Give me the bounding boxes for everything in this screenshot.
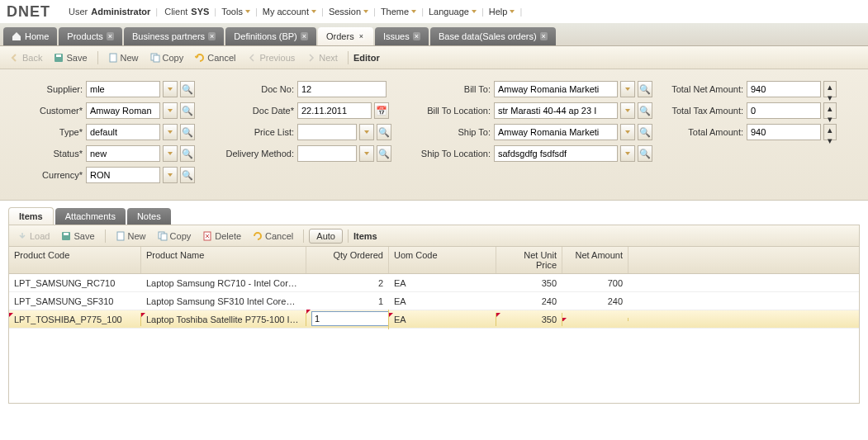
dropdown-icon[interactable] (163, 145, 178, 162)
copy-button[interactable]: Copy (145, 51, 189, 64)
docno-input[interactable] (297, 81, 387, 97)
delivery-input[interactable] (297, 145, 357, 162)
cell-code[interactable]: LPT_SAMSUNG_SF310 (9, 295, 141, 308)
col-price[interactable]: Net Unit Price (496, 247, 562, 273)
grid-save-button[interactable]: Save (56, 229, 99, 243)
lookup-icon[interactable]: 🔍 (180, 167, 195, 183)
supplier-input[interactable] (86, 81, 160, 97)
status-input[interactable] (86, 145, 160, 162)
grid-delete-button[interactable]: Delete (197, 229, 246, 243)
close-icon[interactable]: × (413, 32, 420, 40)
totalnet-input[interactable] (747, 81, 821, 97)
menu-help[interactable]: Help (489, 7, 515, 17)
close-icon[interactable]: × (208, 32, 216, 40)
cell-price[interactable]: 350 (496, 313, 562, 326)
grid-new-button[interactable]: New (111, 229, 151, 243)
cell-code[interactable]: LPT_TOSHIBA_P775_100 (9, 313, 141, 326)
qty-input[interactable] (311, 311, 389, 326)
billloc-input[interactable] (494, 102, 618, 119)
lookup-icon[interactable]: 🔍 (638, 124, 652, 140)
cell-name[interactable]: Laptop Samsung RC710 - Intel CoreT… (141, 277, 306, 290)
spinner[interactable]: ▴▾ (823, 102, 837, 119)
menu-theme[interactable]: Theme (381, 7, 416, 17)
cell-uom[interactable]: EA (389, 295, 496, 308)
new-button[interactable]: New (103, 51, 144, 64)
tab-definitions-bp-[interactable]: Definitions (BP)× (225, 27, 316, 45)
back-button[interactable]: Back (5, 51, 47, 64)
col-product-name[interactable]: Product Name (141, 247, 306, 273)
totalamt-input[interactable] (747, 124, 821, 140)
lookup-icon[interactable]: 🔍 (180, 81, 195, 97)
close-icon[interactable]: × (358, 32, 365, 40)
docdate-input[interactable] (297, 102, 372, 119)
lookup-icon[interactable]: 🔍 (377, 145, 391, 162)
cell-code[interactable]: LPT_SAMSUNG_RC710 (9, 277, 141, 290)
spinner[interactable]: ▴▾ (823, 124, 837, 140)
prev-button[interactable]: Previous (243, 51, 301, 64)
col-product-code[interactable]: Product Code (9, 247, 141, 273)
menu-session[interactable]: Session (329, 7, 368, 17)
cancel-button[interactable]: Cancel (190, 51, 240, 64)
cell-name[interactable]: Laptop Samsung SF310 Intel CoreTM… (141, 295, 306, 308)
type-input[interactable] (86, 124, 160, 140)
grid-copy-button[interactable]: Copy (153, 229, 197, 243)
pricelist-input[interactable] (297, 124, 357, 140)
tab-orders[interactable]: Orders× (318, 27, 373, 45)
tab-business-partners[interactable]: Business partners× (124, 27, 224, 45)
cell-price[interactable]: 350 (496, 277, 562, 290)
dropdown-icon[interactable] (359, 145, 374, 162)
col-qty[interactable]: Qty Ordered (306, 247, 389, 273)
tab-products[interactable]: Products× (59, 27, 122, 45)
dropdown-icon[interactable] (620, 81, 635, 97)
grid-row[interactable]: LPT_TOSHIBA_P775_100Laptop Toshiba Satel… (9, 310, 859, 329)
menu-tools[interactable]: Tools (221, 7, 250, 17)
lookup-icon[interactable]: 🔍 (638, 102, 652, 119)
dropdown-icon[interactable] (620, 124, 635, 140)
auto-button[interactable]: Auto (309, 229, 343, 244)
cell-amt[interactable] (562, 318, 628, 321)
tab-issues[interactable]: Issues× (375, 27, 429, 45)
calendar-icon[interactable]: 📅 (374, 102, 389, 119)
totaltax-input[interactable] (747, 102, 821, 119)
lookup-icon[interactable]: 🔍 (180, 124, 195, 140)
dropdown-icon[interactable] (163, 167, 178, 183)
menu-myaccount[interactable]: My account (263, 7, 316, 17)
cell-qty[interactable]: ▴▾ (306, 310, 389, 329)
dropdown-icon[interactable] (163, 124, 178, 140)
lookup-icon[interactable]: 🔍 (377, 124, 391, 140)
dropdown-icon[interactable] (620, 102, 635, 119)
save-button[interactable]: Save (49, 51, 92, 64)
cell-price[interactable]: 240 (496, 295, 562, 308)
tab-base-data-sales-orders-[interactable]: Base data(Sales orders)× (430, 27, 556, 45)
dropdown-icon[interactable] (620, 145, 635, 162)
shipto-input[interactable] (494, 124, 618, 140)
col-uom[interactable]: Uom Code (389, 247, 496, 273)
currency-input[interactable] (86, 167, 160, 183)
next-button[interactable]: Next (301, 51, 343, 64)
lookup-icon[interactable]: 🔍 (180, 145, 195, 162)
col-amount[interactable]: Net Amount (562, 247, 628, 273)
customer-input[interactable] (86, 102, 160, 119)
close-icon[interactable]: × (107, 32, 114, 40)
close-icon[interactable]: × (301, 32, 308, 40)
load-button[interactable]: Load (12, 229, 55, 243)
lookup-icon[interactable]: 🔍 (638, 145, 652, 162)
grid-row[interactable]: LPT_SAMSUNG_RC710Laptop Samsung RC710 - … (9, 274, 859, 292)
lookup-icon[interactable]: 🔍 (180, 102, 195, 119)
cell-uom[interactable]: EA (389, 277, 496, 290)
cell-amt[interactable]: 700 (562, 277, 628, 290)
close-icon[interactable]: × (540, 32, 548, 40)
spinner[interactable]: ▴▾ (823, 81, 837, 97)
cell-uom[interactable]: EA (389, 313, 496, 326)
cell-name[interactable]: Laptop Toshiba Satellite P775-100 In… (141, 313, 306, 326)
lookup-icon[interactable]: 🔍 (638, 81, 652, 97)
tab-attachments[interactable]: Attachments (55, 208, 126, 225)
shiploc-input[interactable] (494, 145, 618, 162)
billto-input[interactable] (494, 81, 618, 97)
cell-qty[interactable]: 2 (306, 277, 389, 290)
tab-home[interactable]: Home (3, 27, 57, 45)
tab-items[interactable]: Items (8, 207, 54, 225)
dropdown-icon[interactable] (163, 102, 178, 119)
menu-language[interactable]: Language (429, 7, 477, 17)
tab-notes[interactable]: Notes (127, 208, 171, 225)
